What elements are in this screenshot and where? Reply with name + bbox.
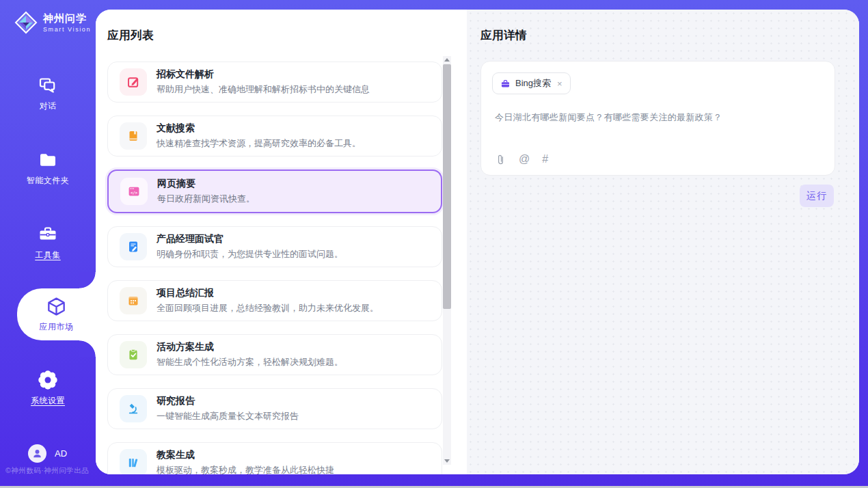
- app-detail-title: 应用详情: [467, 10, 859, 43]
- user-initials: AD: [55, 448, 67, 459]
- tool-tag-label: Bing搜索: [515, 77, 551, 90]
- app-card-research-report[interactable]: 研究报告 一键智能生成高质量长文本研究报告: [107, 388, 442, 429]
- main-container: 应用列表 招标文件解析 帮助用户快速、准确地理解和解析招标书中的关键信息: [96, 10, 859, 474]
- sidebar-item-chat[interactable]: 对话: [0, 75, 96, 112]
- app-card-literature-search[interactable]: 文献搜索 快速精准查找学术资源，提高研究效率的必备工具。: [107, 116, 442, 157]
- sidebar-item-smart-folder[interactable]: 智能文件夹: [0, 150, 96, 187]
- app-list-scrollbar[interactable]: [443, 56, 451, 465]
- app-desc: 智能生成个性化活动方案，轻松解决规划难题。: [157, 356, 343, 368]
- briefcase-icon: [500, 79, 511, 89]
- prompt-input[interactable]: 今日湖北有哪些新闻要点？有哪些需要关注的最新政策？: [495, 111, 821, 124]
- at-icon[interactable]: @: [519, 153, 530, 165]
- app-window: 应用列表 招标文件解析 帮助用户快速、准确地理解和解析招标书中的关键信息: [0, 0, 868, 488]
- app-desc: 全面回顾项目进展，总结经验教训，助力未来优化发展。: [157, 302, 379, 314]
- gear-icon: [38, 370, 58, 390]
- app-name: 产品经理面试官: [157, 233, 343, 245]
- app-card-bid-parsing[interactable]: 招标文件解析 帮助用户快速、准确地理解和解析招标书中的关键信息: [107, 62, 442, 103]
- triangle-up-icon: [444, 58, 450, 62]
- app-desc: 一键智能生成高质量长文本研究报告: [157, 410, 299, 422]
- app-desc: 快速精准查找学术资源，提高研究效率的必备工具。: [157, 137, 361, 150]
- diamond-logo-icon: [14, 10, 38, 35]
- scroll-down-button[interactable]: [443, 457, 451, 465]
- app-detail-panel: 应用详情 Bing搜索 × 今日湖北有哪些新闻要点？有哪些需要关注的最新政策？ …: [467, 10, 859, 474]
- app-name: 活动方案生成: [157, 341, 343, 353]
- prompt-card[interactable]: Bing搜索 × 今日湖北有哪些新闻要点？有哪些需要关注的最新政策？ @ #: [480, 61, 835, 176]
- app-name: 研究报告: [157, 395, 299, 407]
- svg-text:</>: </>: [131, 191, 138, 195]
- app-name: 网页摘要: [157, 178, 255, 190]
- app-name: 教案生成: [157, 449, 334, 461]
- cube-icon: [46, 296, 67, 317]
- user-account[interactable]: AD: [28, 444, 67, 463]
- app-name: 文献搜索: [157, 122, 361, 135]
- calendar-icon: [120, 287, 147, 314]
- paperclip-icon[interactable]: [495, 154, 506, 165]
- app-list: 招标文件解析 帮助用户快速、准确地理解和解析招标书中的关键信息 文献搜索 快速精…: [107, 62, 442, 474]
- chat-icon: [38, 75, 58, 96]
- sidebar-item-label: 工具集: [35, 249, 61, 261]
- brand-name: 神州问学: [43, 12, 91, 25]
- sidebar-item-label: 应用市场: [40, 321, 74, 333]
- folder-icon: [38, 150, 58, 170]
- avatar: [28, 444, 46, 463]
- app-card-project-summary[interactable]: 项目总结汇报 全面回顾项目进展，总结经验教训，助力未来优化发展。: [107, 280, 442, 321]
- edit-doc-icon: [120, 68, 147, 96]
- brand-tagline: Smart Vision: [43, 26, 91, 33]
- app-card-lesson-plan[interactable]: 教案生成 模板驱动，教案秒成，教学准备从此轻松快捷: [107, 442, 442, 474]
- scrollbar-thumb[interactable]: [443, 64, 451, 309]
- sidebar-item-label: 对话: [40, 100, 57, 112]
- book-icon: [120, 122, 147, 150]
- copyright-text: ©神州数码·神州问学出品: [5, 466, 89, 476]
- sidebar-item-app-market[interactable]: 应用市场: [17, 288, 96, 340]
- app-card-pm-interviewer[interactable]: 产品经理面试官 明确身份和职责，为您提供专业性的面试问题。: [107, 226, 442, 267]
- app-desc: 模板驱动，教案秒成，教学准备从此轻松快捷: [157, 464, 334, 474]
- app-desc: 每日政府新闻资讯快查。: [157, 193, 255, 205]
- sidebar-item-settings[interactable]: 系统设置: [0, 370, 96, 407]
- hash-icon[interactable]: #: [542, 153, 548, 165]
- sidebar: 神州问学 Smart Vision 对话 智能文件夹: [0, 0, 96, 488]
- books-icon: [120, 449, 147, 474]
- sidebar-item-toolset[interactable]: 工具集: [0, 224, 96, 261]
- sidebar-item-label: 智能文件夹: [27, 175, 70, 187]
- app-name: 项目总结汇报: [157, 287, 379, 299]
- resume-icon: [120, 233, 147, 260]
- run-button[interactable]: 运行: [800, 185, 834, 207]
- toolbox-icon: [38, 224, 58, 245]
- app-desc: 明确身份和职责，为您提供专业性的面试问题。: [157, 248, 343, 260]
- microscope-icon: [120, 395, 147, 422]
- tool-tag-bing-search[interactable]: Bing搜索 ×: [492, 72, 571, 94]
- browser-code-icon: </>: [120, 178, 148, 205]
- active-tab-fillet: [79, 340, 96, 357]
- triangle-down-icon: [444, 459, 450, 463]
- close-icon[interactable]: ×: [557, 79, 562, 89]
- scroll-up-button[interactable]: [443, 56, 451, 64]
- attachment-toolbar: @ #: [495, 153, 548, 165]
- app-card-event-plan[interactable]: 活动方案生成 智能生成个性化活动方案，轻松解决规划难题。: [107, 334, 442, 375]
- app-list-title: 应用列表: [96, 10, 467, 43]
- app-name: 招标文件解析: [157, 68, 370, 81]
- clipboard-check-icon: [120, 341, 147, 368]
- app-desc: 帮助用户快速、准确地理解和解析招标书中的关键信息: [157, 83, 370, 96]
- app-card-web-summary[interactable]: </> 网页摘要 每日政府新闻资讯快查。: [107, 170, 442, 213]
- active-tab-fillet: [79, 272, 96, 288]
- sidebar-item-label: 系统设置: [31, 395, 65, 407]
- brand-logo: 神州问学 Smart Vision: [14, 10, 91, 35]
- app-list-panel: 应用列表 招标文件解析 帮助用户快速、准确地理解和解析招标书中的关键信息: [96, 10, 467, 474]
